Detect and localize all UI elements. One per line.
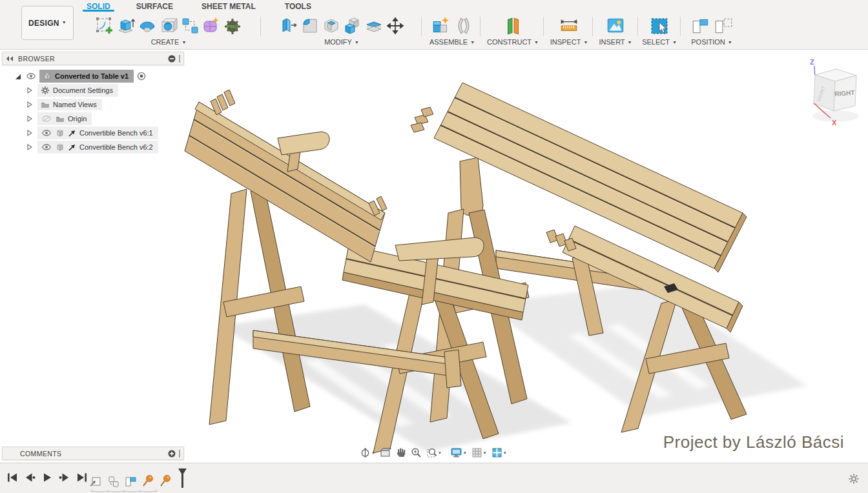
row-chip[interactable]: Origin — [37, 112, 92, 125]
tree-row-origin[interactable]: Origin — [26, 112, 184, 126]
browser-tree: Converted to Table v1 Document Settings — [2, 65, 184, 154]
tree-row-root[interactable]: Converted to Table v1 — [14, 69, 184, 83]
skip-end-icon[interactable] — [76, 472, 88, 483]
plugin-icon[interactable]: PRO — [223, 15, 242, 36]
tree-row-document-settings[interactable]: Document Settings — [26, 83, 184, 97]
dropdown-caret-icon: ▼ — [371, 451, 375, 455]
view-navigation-toolbar: ▼ ▼ ▼ ▼ — [356, 445, 511, 460]
tab-sheet-metal[interactable]: SHEET METAL — [198, 0, 260, 11]
joint-icon[interactable] — [453, 15, 474, 36]
group-construct-dropdown[interactable]: CONSTRUCT — [482, 38, 544, 46]
revolve-icon[interactable] — [138, 15, 157, 36]
expand-open-icon[interactable] — [14, 72, 23, 81]
extrude-icon[interactable] — [116, 15, 136, 36]
playhead-marker[interactable] — [178, 468, 187, 488]
comments-scrollbar[interactable] — [179, 450, 180, 458]
fillet-icon[interactable] — [300, 15, 320, 36]
press-pull-icon[interactable] — [279, 15, 298, 36]
fusion-app-window: DESIGN SOLID SURFACE SHEET METAL TOOLS P… — [0, 0, 868, 493]
viewcube[interactable]: RIGHT FRONT Z X — [796, 54, 867, 130]
component-group-icon[interactable] — [107, 475, 119, 488]
skip-start-icon[interactable] — [6, 472, 18, 483]
eye-icon[interactable] — [25, 72, 37, 81]
pin-icon[interactable] — [141, 474, 154, 488]
add-comment-icon[interactable] — [168, 450, 176, 458]
tree-row-named-views[interactable]: Named Views — [26, 97, 184, 112]
expand-closed-icon[interactable] — [26, 86, 34, 95]
hole-icon[interactable] — [159, 15, 178, 36]
group-select-dropdown[interactable]: SELECT — [639, 38, 679, 46]
bench-backrest[interactable] — [185, 102, 385, 262]
design-workspace-label: DESIGN — [28, 19, 59, 28]
eye-icon — [41, 128, 52, 137]
toolbar-separator — [680, 17, 681, 36]
group-inspect-dropdown[interactable]: INSPECT — [546, 38, 592, 46]
zoom-button[interactable] — [411, 447, 422, 458]
tree-row-bench-2[interactable]: Convertible Bench v6:2 — [26, 140, 184, 154]
design-workspace-dropdown[interactable]: DESIGN — [21, 6, 74, 40]
minimize-icon[interactable] — [168, 55, 176, 63]
step-back-icon[interactable] — [24, 472, 36, 483]
pattern-icon[interactable] — [180, 15, 200, 36]
viewports-button[interactable]: ▼ — [491, 447, 507, 458]
tab-solid[interactable]: SOLID — [83, 0, 114, 11]
design-canvas[interactable]: RIGHT FRONT Z X BROWSER — [0, 50, 868, 463]
comments-title: COMMENTS — [20, 450, 168, 458]
new-component-icon[interactable] — [431, 15, 451, 36]
combine-icon[interactable] — [343, 15, 362, 36]
row-chip[interactable]: Convertible Bench v6:1 — [37, 126, 158, 139]
root-label: Converted to Table v1 — [55, 72, 129, 80]
browser-title: BROWSER — [18, 55, 168, 63]
expand-closed-icon[interactable] — [26, 114, 34, 123]
group-modify-dropdown[interactable]: MODIFY — [262, 38, 421, 46]
expand-closed-icon[interactable] — [26, 100, 34, 109]
browser-header[interactable]: BROWSER — [2, 52, 184, 65]
bench-left-aframe[interactable] — [209, 188, 310, 425]
browser-scrollbar[interactable] — [179, 55, 180, 63]
shell-icon[interactable] — [322, 15, 341, 36]
look-at-button[interactable] — [380, 448, 391, 458]
group-position-dropdown[interactable]: POSITION — [682, 38, 741, 46]
group-insert-dropdown[interactable]: INSERT — [594, 38, 637, 46]
row-chip[interactable]: Document Settings — [37, 84, 118, 97]
display-settings-button[interactable]: ▼ — [450, 447, 467, 458]
move-icon[interactable] — [386, 15, 405, 36]
select-icon[interactable] — [649, 15, 670, 36]
toolbar-separator — [260, 17, 261, 36]
tab-surface[interactable]: SURFACE — [132, 0, 177, 11]
orbit-button[interactable]: ▼ — [360, 447, 375, 458]
row-chip[interactable]: Named Views — [37, 99, 102, 110]
capture-position-icon[interactable] — [690, 15, 711, 36]
play-icon[interactable] — [41, 472, 53, 483]
step-forward-icon[interactable] — [59, 472, 70, 483]
row-chip[interactable]: Convertible Bench v6:2 — [37, 141, 158, 154]
grid-button[interactable]: ▼ — [471, 447, 487, 458]
tree-row-bench-1[interactable]: Convertible Bench v6:1 — [26, 126, 184, 140]
pan-icon — [396, 447, 406, 458]
form-icon[interactable] — [202, 15, 221, 36]
window-zoom-button[interactable]: ▼ — [426, 447, 442, 458]
root-chip[interactable]: Converted to Table v1 — [39, 70, 134, 83]
project-credit-text: Project by László Bácsi — [663, 432, 844, 452]
offset-face-icon[interactable] — [364, 15, 384, 36]
create-sketch-icon[interactable] — [95, 15, 114, 36]
group-assemble-dropdown[interactable]: ASSEMBLE — [424, 38, 480, 46]
timeline-playback-controls — [6, 472, 88, 483]
derive-icon[interactable] — [89, 475, 102, 488]
collapse-panel-icon[interactable] — [6, 55, 14, 62]
pan-button[interactable] — [396, 447, 406, 458]
group-create-dropdown[interactable]: CREATE — [76, 38, 261, 46]
construct-plane-icon[interactable] — [502, 15, 523, 36]
expand-closed-icon[interactable] — [26, 143, 34, 152]
activate-radio-icon[interactable] — [136, 71, 147, 81]
timeline-settings-gear-icon[interactable] — [848, 473, 860, 485]
pin-icon[interactable] — [159, 474, 172, 488]
revert-position-icon[interactable] — [713, 15, 734, 36]
comments-header[interactable]: COMMENTS — [2, 447, 184, 460]
expand-closed-icon[interactable] — [26, 128, 34, 137]
insert-image-icon[interactable] — [605, 15, 626, 36]
tab-tools[interactable]: TOOLS — [281, 0, 315, 11]
linked-component-icon — [68, 143, 76, 152]
capture-position-icon[interactable] — [124, 475, 137, 488]
measure-icon[interactable] — [559, 15, 579, 36]
